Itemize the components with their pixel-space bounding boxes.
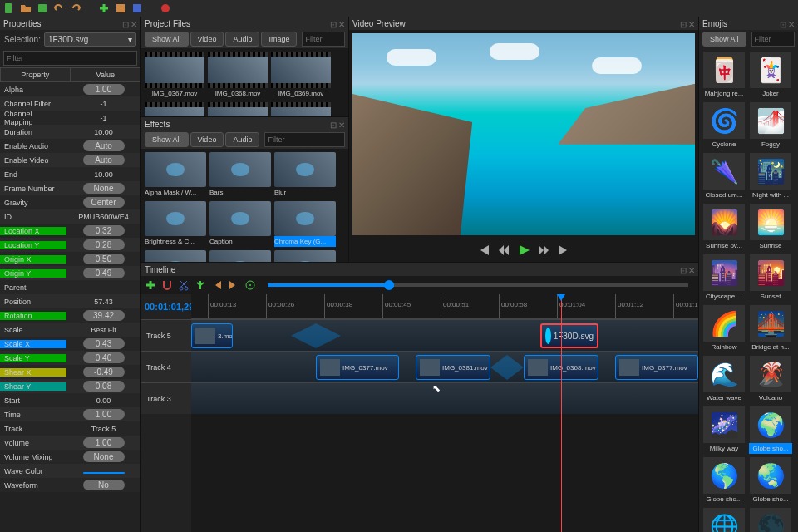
property-row[interactable]: Channel Mapping-1 <box>0 111 140 125</box>
emoji-item[interactable]: 🌁Foggy <box>749 102 792 150</box>
tl-prev-icon[interactable] <box>211 279 223 291</box>
properties-filter[interactable] <box>3 51 137 66</box>
tl-marker-icon[interactable] <box>195 279 206 291</box>
filter-input[interactable] <box>264 132 345 147</box>
property-row[interactable]: WaveformNo <box>0 478 140 492</box>
track-header[interactable]: Track 5 <box>141 319 191 351</box>
property-row[interactable]: Wave Color <box>0 464 140 478</box>
emoji-item[interactable]: 🌑 <box>749 508 792 532</box>
track-header[interactable]: Track 3 <box>141 382 191 414</box>
timeline-body[interactable]: 00:00:1300:00:2600:00:3800:00:4500:00:51… <box>191 294 698 532</box>
tl-cut-icon[interactable] <box>178 279 190 291</box>
track-header[interactable]: Track 4 <box>141 351 191 382</box>
property-row[interactable]: Frame NumberNone <box>0 181 140 195</box>
tab[interactable]: Show All <box>702 32 746 47</box>
forward-icon[interactable] <box>537 244 550 257</box>
project-file[interactable]: IMG_0373.mov <box>271 102 331 116</box>
tl-add-icon[interactable] <box>145 279 156 291</box>
property-row[interactable]: Parent <box>0 280 140 294</box>
jump-end-icon[interactable] <box>557 244 570 257</box>
effect-item[interactable] <box>145 250 206 262</box>
add-icon[interactable] <box>98 2 110 14</box>
filter-input[interactable] <box>751 32 795 47</box>
clip[interactable]: 1F30D.svg <box>540 323 598 348</box>
property-row[interactable]: Shear X-0.49 <box>0 365 140 379</box>
property-row[interactable]: Rotation39.42 <box>0 308 140 323</box>
project-file[interactable]: IMG_0371.mov <box>145 102 204 116</box>
selection-dropdown[interactable]: 1F30D.svg▾ <box>44 32 136 47</box>
effect-item[interactable]: Alpha Mask / W... <box>145 152 206 198</box>
tab[interactable]: Video <box>190 132 224 147</box>
property-row[interactable]: Position57.43 <box>0 294 140 308</box>
emoji-item[interactable]: 🌈Rainbow <box>702 305 746 352</box>
emoji-item[interactable]: 🌏Globe sho... <box>749 457 792 505</box>
filter-input[interactable] <box>302 32 345 47</box>
track[interactable]: 3.mov1F30D.svg <box>191 319 698 351</box>
emoji-item[interactable]: 🌎Globe sho... <box>702 457 746 505</box>
tab[interactable]: Audio <box>225 132 259 147</box>
property-row[interactable]: Scale Y0.40 <box>0 351 140 365</box>
property-row[interactable]: Start0.00 <box>0 393 140 407</box>
tab[interactable]: Image <box>261 32 297 47</box>
property-row[interactable]: End10.00 <box>0 167 140 181</box>
clip[interactable]: 3.mov <box>191 323 233 348</box>
effect-item[interactable]: Chroma Key (G... <box>274 201 336 247</box>
emoji-item[interactable]: 🌇Sunset <box>749 254 792 302</box>
tab[interactable]: Audio <box>225 32 259 47</box>
undo-icon[interactable] <box>53 2 65 14</box>
emoji-item[interactable]: 🌆Cityscape ... <box>702 254 746 302</box>
play-icon[interactable] <box>517 244 530 257</box>
effect-item[interactable] <box>274 250 336 262</box>
property-row[interactable]: Location Y0.28 <box>0 238 140 252</box>
export-icon[interactable] <box>131 2 143 14</box>
emoji-item[interactable]: 🌐 <box>702 508 746 532</box>
file-new-icon[interactable] <box>3 2 15 14</box>
import-icon[interactable] <box>115 2 126 14</box>
emoji-item[interactable]: 🌊Water wave <box>702 356 746 403</box>
zoom-slider[interactable] <box>268 283 688 287</box>
property-row[interactable]: Shear Y0.08 <box>0 379 140 393</box>
tl-next-icon[interactable] <box>228 279 239 291</box>
emoji-item[interactable]: 🃏Joker <box>749 52 792 99</box>
track[interactable]: IMG_0377.movIMG_0381.movIMG_0368.movIMG_… <box>191 351 698 382</box>
tl-center-icon[interactable] <box>244 279 256 291</box>
effect-item[interactable]: Blur <box>274 152 336 198</box>
emoji-item[interactable]: 🌀Cyclone <box>702 102 746 150</box>
property-row[interactable]: Enable AudioAuto <box>0 139 140 153</box>
emoji-item[interactable]: 🌃Night with ... <box>749 153 792 200</box>
tab[interactable]: Show All <box>145 132 189 147</box>
emoji-item[interactable]: 🀄Mahjong re... <box>702 52 746 99</box>
property-row[interactable]: Channel Filter-1 <box>0 96 140 111</box>
redo-icon[interactable] <box>70 2 81 14</box>
file-save-icon[interactable] <box>37 2 48 14</box>
rewind-icon[interactable] <box>497 244 510 257</box>
effect-item[interactable]: Bars <box>209 152 271 198</box>
playhead[interactable] <box>561 294 562 532</box>
effect-item[interactable]: Caption <box>209 201 271 247</box>
emoji-item[interactable]: 🌂Closed um... <box>702 153 746 200</box>
property-row[interactable]: Alpha1.00 <box>0 82 140 96</box>
property-row[interactable]: ScaleBest Fit <box>0 323 140 337</box>
jump-start-icon[interactable] <box>477 244 490 257</box>
property-row[interactable]: Volume1.00 <box>0 436 140 450</box>
tab[interactable]: Video <box>190 32 224 47</box>
emoji-item[interactable]: 🌍Globe sho... <box>749 406 792 454</box>
emoji-item[interactable]: 🌋Volcano <box>749 356 792 403</box>
project-file[interactable]: IMG_0367.mov <box>145 52 204 99</box>
property-row[interactable]: Time1.00 <box>0 407 140 421</box>
effect-item[interactable]: Brightness & C... <box>145 201 206 247</box>
emoji-item[interactable]: 🌌Milky way <box>702 406 746 454</box>
emoji-item[interactable]: 🌉Bridge at n... <box>749 305 792 352</box>
emoji-item[interactable]: 🌄Sunrise ov... <box>702 204 746 251</box>
property-row[interactable]: TrackTrack 5 <box>0 421 140 436</box>
clip[interactable]: IMG_0377.mov <box>615 355 698 380</box>
project-file[interactable]: IMG_0368.mov <box>208 52 268 99</box>
clip[interactable]: IMG_0377.mov <box>316 355 399 380</box>
record-icon[interactable] <box>160 2 171 14</box>
property-row[interactable]: Origin Y0.49 <box>0 266 140 280</box>
emoji-item[interactable]: 🌅Sunrise <box>749 204 792 251</box>
effect-item[interactable] <box>209 250 271 262</box>
property-row[interactable]: Duration10.00 <box>0 125 140 139</box>
property-row[interactable]: Origin X0.50 <box>0 252 140 266</box>
tab[interactable]: Show All <box>145 32 189 47</box>
